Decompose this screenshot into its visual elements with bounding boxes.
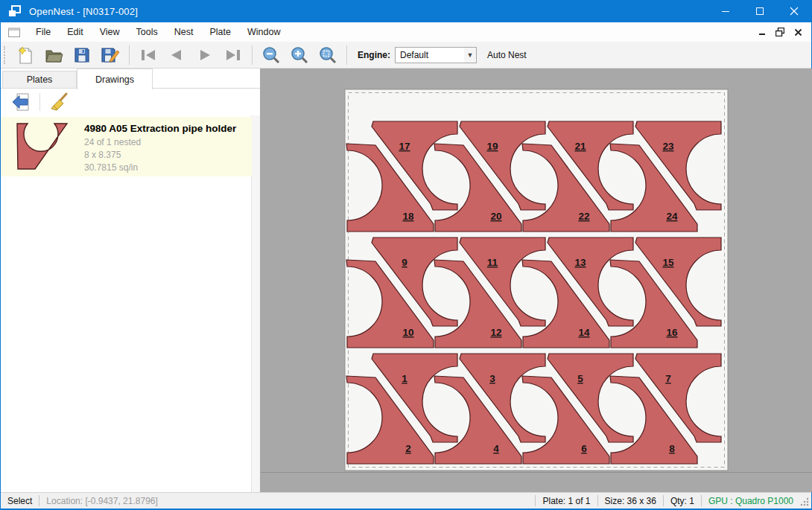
part-label-21: 21: [574, 141, 586, 152]
nest-canvas[interactable]: 171819202122232491011121314151612345678: [260, 68, 812, 492]
minimize-button[interactable]: [708, 0, 743, 22]
chevron-down-icon[interactable]: ▼: [464, 48, 476, 63]
side-panel: Plates Drawings: [1, 68, 260, 492]
toolbar-grip[interactable]: [4, 46, 8, 64]
part-label-10: 10: [402, 327, 413, 338]
part-label-19: 19: [486, 141, 498, 152]
mdi-restore-icon[interactable]: [773, 25, 787, 39]
close-button[interactable]: [777, 0, 811, 22]
menu-bar: FileEditViewToolsNestPlateWindow: [1, 22, 811, 42]
open-file-button[interactable]: [41, 44, 66, 66]
drawing-list-item[interactable]: 4980 A05 Extraction pipe holder 24 of 1 …: [1, 117, 252, 176]
part-label-9: 9: [402, 257, 407, 268]
drawing-nested-count: 24 of 1 nested: [84, 136, 236, 149]
part-label-1: 1: [402, 373, 407, 384]
menu-item-nest[interactable]: Nest: [166, 24, 202, 40]
menu-items: FileEditViewToolsNestPlateWindow: [28, 24, 288, 40]
main-toolbar: Engine: Default ▼ Auto Nest: [1, 42, 811, 68]
mdi-minimize-icon[interactable]: [755, 25, 770, 39]
drawings-toolbar: [1, 89, 260, 114]
part-label-7: 7: [665, 373, 671, 384]
mdi-close-icon[interactable]: [790, 25, 805, 39]
auto-nest-button[interactable]: Auto Nest: [487, 50, 527, 60]
status-gpu: GPU : Quadro P1000: [708, 496, 793, 506]
drawing-area: 30.7815 sq/in: [84, 162, 236, 174]
engine-select[interactable]: Default ▼: [395, 47, 477, 63]
status-qty: Qty: 1: [670, 496, 694, 506]
zoom-extents-button[interactable]: [315, 44, 340, 66]
next-plate-button[interactable]: [192, 44, 218, 66]
vertical-scrollbar[interactable]: [252, 115, 260, 492]
part-thumbnail: [16, 122, 69, 171]
part-label-15: 15: [662, 257, 674, 268]
toolbar-separator: [252, 45, 253, 65]
first-plate-button[interactable]: [136, 44, 161, 66]
part-label-23: 23: [662, 141, 674, 152]
part-label-18: 18: [402, 211, 414, 222]
save-as-button[interactable]: [98, 44, 123, 66]
new-file-button[interactable]: [13, 44, 38, 66]
drawing-size: 8 x 8.375: [84, 149, 236, 162]
part-label-5: 5: [577, 373, 583, 384]
menu-item-edit[interactable]: Edit: [59, 24, 92, 40]
part-label-14: 14: [578, 327, 590, 338]
part-label-6: 6: [581, 443, 587, 454]
save-button[interactable]: [69, 44, 95, 66]
menu-item-tools[interactable]: Tools: [128, 24, 166, 40]
part-label-3: 3: [489, 373, 495, 384]
menu-item-view[interactable]: View: [92, 24, 128, 40]
drawing-title: 4980 A05 Extraction pipe holder: [84, 123, 236, 134]
part-label-20: 20: [490, 211, 501, 222]
engine-label: Engine:: [358, 50, 390, 60]
toolbar-separator: [39, 93, 40, 111]
maximize-button[interactable]: [743, 0, 777, 22]
part-label-17: 17: [399, 141, 410, 152]
part-label-13: 13: [574, 257, 586, 268]
tab-plates[interactable]: Plates: [2, 71, 77, 89]
last-plate-button[interactable]: [221, 44, 246, 66]
menu-item-window[interactable]: Window: [239, 24, 288, 40]
zoom-out-button[interactable]: [258, 44, 284, 66]
part-label-22: 22: [578, 211, 589, 222]
part-label-8: 8: [669, 443, 675, 454]
nest-view[interactable]: 171819202122232491011121314151612345678: [260, 68, 812, 492]
import-drawing-button[interactable]: [10, 92, 32, 112]
part-label-16: 16: [666, 327, 678, 338]
menu-item-file[interactable]: File: [28, 24, 59, 40]
menu-item-plate[interactable]: Plate: [201, 24, 239, 40]
drawings-list: 4980 A05 Extraction pipe holder 24 of 1 …: [1, 115, 252, 492]
tab-strip: Plates Drawings: [1, 68, 260, 89]
part-label-12: 12: [490, 327, 501, 338]
toolbar-separator: [129, 45, 130, 65]
part-label-11: 11: [487, 257, 498, 268]
app-icon: [8, 5, 23, 17]
previous-plate-button[interactable]: [164, 44, 189, 66]
zoom-in-button[interactable]: [287, 44, 312, 66]
part-label-4: 4: [493, 443, 499, 454]
clear-drawings-icon[interactable]: [48, 92, 70, 112]
engine-value: Default: [396, 50, 464, 60]
status-size: Size: 36 x 36: [605, 496, 656, 506]
status-mode: Select: [7, 496, 32, 506]
part-label-24: 24: [666, 211, 678, 222]
window-body: Plates Drawings: [1, 68, 811, 492]
status-plate: Plate: 1 of 1: [542, 496, 590, 506]
tab-drawings[interactable]: Drawings: [77, 68, 153, 89]
title-bar: OpenNest - [N0317-002]: [1, 0, 811, 22]
app-window: OpenNest - [N0317-002] FileEditViewTools…: [0, 0, 812, 510]
status-bar: Select Location: [-0.9437, 21.8796] Plat…: [1, 492, 811, 509]
toolbar-separator: [346, 45, 347, 65]
status-location: Location: [-0.9437, 21.8796]: [46, 496, 157, 506]
part-label-2: 2: [405, 443, 411, 454]
window-title: OpenNest - [N0317-002]: [29, 6, 138, 17]
document-icon[interactable]: [8, 28, 20, 37]
resize-grip[interactable]: [800, 497, 809, 506]
